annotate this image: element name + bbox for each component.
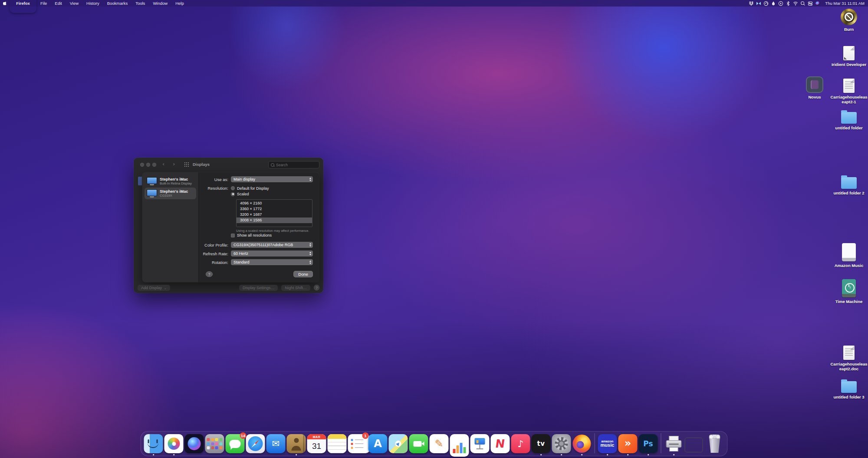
dock-item-keynote[interactable] (470, 434, 490, 453)
dock-item-news[interactable]: N (491, 434, 510, 453)
menu-window[interactable]: Window (149, 0, 171, 7)
bluetooth-icon[interactable] (785, 0, 791, 7)
menu-tools[interactable]: Tools (132, 0, 149, 7)
resolution-option[interactable]: 4096 × 2160 (237, 201, 312, 206)
dock-item-notes[interactable] (328, 434, 347, 453)
refresh-rate-popup[interactable]: 60 Hertz (231, 250, 313, 257)
resolution-option[interactable]: 3360 × 1772 (237, 206, 312, 212)
resolution-option[interactable]: 3200 × 1687 (237, 212, 312, 217)
dock-item-minwindow[interactable] (685, 434, 704, 453)
desktop-icon-folder2[interactable]: untitled folder 2 (823, 175, 868, 195)
desktop-icon-folder1[interactable]: untitled folder (823, 110, 868, 130)
dock-item-sysprefs[interactable] (552, 434, 571, 453)
radio-default-label[interactable]: Default for Display (237, 186, 269, 191)
dock-item-contacts[interactable] (287, 434, 306, 453)
night-shift-button[interactable]: Night Shift… (281, 285, 310, 291)
droplet-icon[interactable] (770, 0, 776, 7)
menu-history[interactable]: History (82, 0, 103, 7)
desktop-icon-carriage2[interactable]: Carriagehouseleas eapt2.doc (823, 346, 868, 371)
desktop-icon-label: Carriagehouseleas eapt2.doc (830, 362, 867, 371)
use-as-popup[interactable]: Main display (231, 176, 313, 182)
rotation-value: Standard (233, 260, 308, 264)
wifi-icon[interactable] (792, 0, 799, 7)
color-profile-popup[interactable]: CG319X(35075111)07Adobe RGB (231, 242, 313, 248)
add-display-button[interactable]: Add Display⌄ (138, 285, 170, 291)
dock-item-facetime[interactable] (409, 434, 428, 453)
desktop-icon-amazondrive[interactable]: Amazon Music (823, 243, 868, 268)
apple-menu[interactable] (0, 0, 10, 7)
dock-item-maps[interactable] (389, 434, 408, 453)
dock-item-music[interactable]: ♪ (511, 434, 530, 453)
dock-item-pages[interactable]: ✎ (430, 434, 449, 453)
dock-item-calendar[interactable]: MAR31 (307, 434, 326, 453)
control-center-icon[interactable] (807, 0, 813, 7)
show-all-resolutions-label[interactable]: Show all resolutions (237, 233, 272, 237)
dock-item-appstore[interactable]: A (368, 434, 388, 453)
dock-item-printer[interactable] (664, 434, 684, 453)
menu-edit[interactable]: Edit (51, 0, 66, 7)
show-all-resolutions-checkbox[interactable] (231, 234, 235, 237)
dock-item-safari[interactable] (246, 434, 265, 453)
desktop-icon-burn[interactable]: Burn (823, 9, 868, 32)
radio-scaled[interactable] (231, 192, 235, 196)
dock-item-numbers[interactable] (450, 434, 469, 453)
dock-item-reminders[interactable]: 1 (348, 434, 367, 453)
sidebar-display-1[interactable]: Stephen's iMacBuilt-In Retina Display (145, 175, 196, 187)
menu-view[interactable]: View (66, 0, 82, 7)
desktop-icon-label: Amazon Music (835, 263, 864, 268)
radio-default-for-display[interactable] (231, 186, 235, 190)
popup-chevrons-icon (308, 250, 313, 257)
refresh-rate-label: Refresh Rate: (199, 251, 228, 256)
menu-firefox[interactable]: Firefox (10, 0, 36, 13)
dock-item-mail[interactable]: ✉ (266, 434, 286, 453)
dock-separator (595, 433, 595, 453)
radio-scaled-label[interactable]: Scaled (237, 192, 249, 196)
dock-item-orangeapp[interactable]: » (618, 434, 638, 453)
play-circle-icon[interactable] (777, 0, 784, 7)
show-all-preferences-icon[interactable] (184, 162, 189, 167)
desktop-icon-folder3[interactable]: untitled folder 3 (823, 379, 868, 399)
dock-separator (661, 433, 661, 453)
sidebar-display-2[interactable]: Stephen's iMacCG319X (145, 188, 196, 199)
search-input[interactable]: Search (268, 161, 319, 168)
notification-badge: 14 (240, 432, 247, 439)
butterfly-icon[interactable] (755, 0, 762, 7)
dock-item-photos[interactable] (164, 434, 184, 453)
dock-item-siri[interactable] (185, 434, 204, 453)
close-button[interactable] (140, 163, 144, 167)
minimize-button[interactable] (146, 163, 150, 167)
dock-item-firefox[interactable] (572, 434, 592, 453)
menu-bookmarks[interactable]: Bookmarks (103, 0, 132, 7)
resolution-option[interactable]: 3008 × 1586 (237, 217, 312, 223)
sheet-help-button[interactable]: ? (206, 271, 213, 277)
done-button[interactable]: Done (293, 271, 313, 277)
dock-item-finder[interactable] (144, 434, 163, 453)
menu-file[interactable]: File (36, 0, 51, 7)
desktop-icon-timemachine[interactable]: Time Machine (823, 279, 868, 304)
zoom-button[interactable] (152, 163, 156, 167)
desktop-icon-carriage1[interactable]: Carriagehouseleas eapt2-1 (823, 79, 868, 104)
desktop-icon-label: untitled folder (835, 125, 862, 130)
dock-item-amazonmusic[interactable]: amazonmusic (598, 434, 617, 453)
dock-item-photoshop[interactable]: Ps (639, 434, 658, 453)
dock-item-trash[interactable] (705, 434, 724, 453)
dropbox-icon[interactable] (748, 0, 754, 7)
running-indicator (561, 454, 562, 455)
rotation-popup[interactable]: Standard (231, 259, 313, 265)
window-help-button[interactable]: ? (314, 285, 319, 290)
dock-item-messages[interactable]: 14 (226, 434, 245, 453)
window-title: Displays (193, 162, 210, 167)
creative-cloud-icon[interactable] (763, 0, 769, 7)
dock-item-launchpad[interactable] (205, 434, 224, 453)
window-titlebar[interactable]: ‹ › Displays Search (134, 158, 323, 171)
menu-bar-clock[interactable]: Thu Mar 31 11:01 AM (822, 1, 865, 6)
desktop-icon-iridient[interactable]: Iridient Developer (823, 46, 868, 67)
dock-item-appletv[interactable]: tv (532, 434, 551, 453)
menu-help[interactable]: Help (171, 0, 188, 7)
display-settings-button[interactable]: Display Settings… (239, 285, 278, 291)
color-profile-value: CG319X(35075111)07Adobe RGB (233, 243, 308, 247)
back-button[interactable]: ‹ (162, 161, 164, 167)
siri-icon[interactable] (814, 0, 821, 7)
spotlight-icon[interactable] (799, 0, 806, 7)
forward-button[interactable]: › (173, 161, 175, 167)
